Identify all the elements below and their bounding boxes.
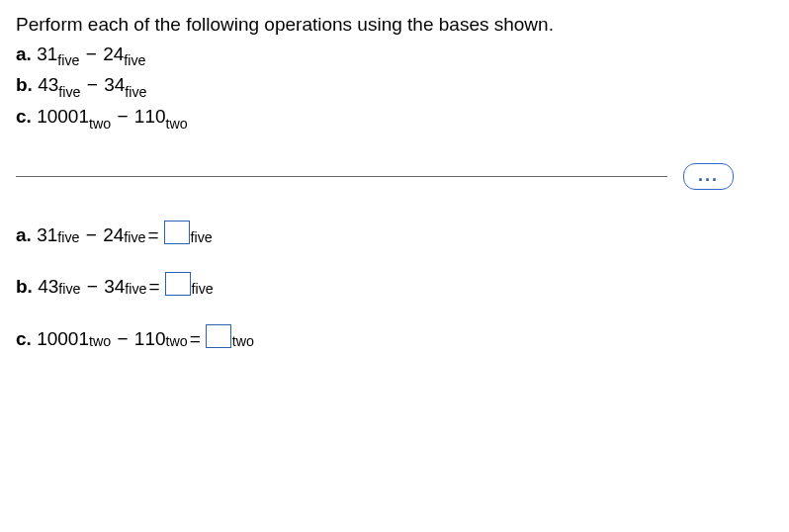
problem-b: b. 43five − 34five: [16, 72, 773, 102]
problem-b-term1: 43: [38, 74, 58, 95]
answer-a-term1: 31: [37, 222, 57, 250]
answer-c-term2: 110: [134, 325, 166, 354]
minus-sign: −: [86, 44, 97, 64]
minus-sign: −: [86, 222, 97, 250]
problem-a-term2-base: five: [124, 52, 145, 68]
problem-a: a. 31five − 24five: [16, 42, 773, 71]
answer-a-term2: 24: [103, 222, 124, 250]
answer-b-ans-base: five: [192, 279, 214, 300]
answer-c-term1-base: two: [89, 331, 111, 352]
answer-label: b.: [16, 273, 33, 302]
minus-sign: −: [117, 106, 128, 127]
equals-sign: =: [190, 325, 201, 354]
answer-label: c.: [16, 325, 32, 354]
answer-c-ans-base: two: [232, 331, 254, 352]
problem-c: c. 10001two − 110two: [16, 104, 773, 133]
separator-row: ...: [16, 163, 773, 190]
instruction-text: Perform each of the following operations…: [16, 12, 773, 38]
problem-a-term1: 31: [37, 44, 57, 64]
equals-sign: =: [147, 222, 158, 250]
answer-a-ans-base: five: [191, 227, 213, 248]
answer-b: b. 43five − 34five = five: [16, 269, 773, 302]
problem-c-term2-base: two: [166, 116, 188, 132]
answer-a-term1-base: five: [57, 227, 79, 248]
answer-c-term1: 10001: [37, 325, 89, 354]
problem-b-term1-base: five: [58, 84, 80, 100]
minus-sign: −: [87, 273, 98, 302]
answer-b-term2-base: five: [125, 279, 146, 300]
problem-label: a.: [16, 44, 32, 64]
answer-a-input[interactable]: [164, 221, 190, 244]
problem-label: c.: [16, 106, 32, 127]
answer-c-input[interactable]: [206, 324, 231, 348]
problem-c-term1: 10001: [37, 106, 89, 127]
answer-c-term2-base: two: [166, 331, 188, 352]
minus-sign: −: [87, 74, 98, 95]
answer-b-input[interactable]: [165, 272, 191, 296]
divider-line: [16, 176, 667, 177]
equals-sign: =: [149, 273, 160, 302]
answer-c: c. 10001two − 110two = two: [16, 321, 773, 354]
problem-a-term1-base: five: [57, 52, 79, 68]
answer-a-term2-base: five: [124, 227, 145, 248]
minus-sign: −: [117, 325, 128, 354]
problem-c-term1-base: two: [89, 116, 111, 132]
problem-c-term2: 110: [134, 106, 166, 127]
answer-b-term2: 34: [104, 273, 125, 302]
problem-a-term2: 24: [103, 44, 124, 64]
problem-b-term2-base: five: [125, 84, 146, 100]
more-button[interactable]: ...: [683, 163, 734, 190]
answer-a: a. 31five − 24five = five: [16, 218, 773, 250]
answer-b-term1-base: five: [58, 279, 80, 300]
problem-b-term2: 34: [104, 74, 125, 95]
problem-label: b.: [16, 74, 33, 95]
answer-label: a.: [16, 222, 32, 250]
answer-b-term1: 43: [38, 273, 58, 302]
